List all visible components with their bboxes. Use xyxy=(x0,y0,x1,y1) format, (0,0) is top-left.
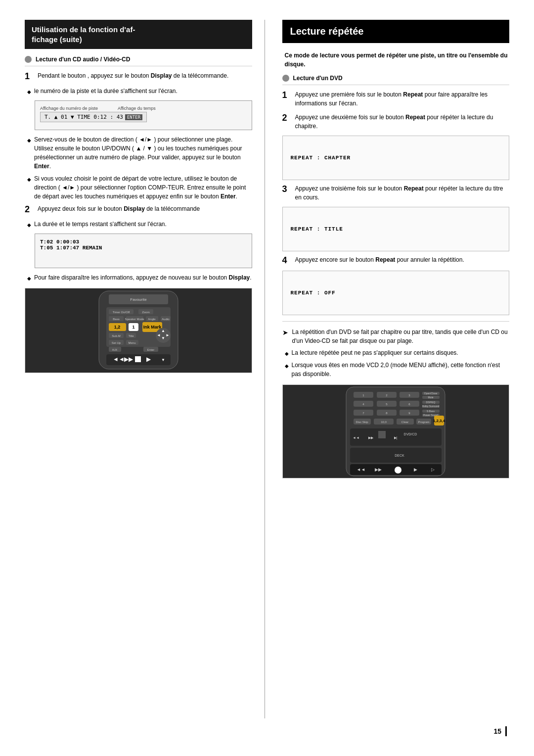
svg-text:▶▶: ▶▶ xyxy=(368,436,374,439)
svg-text:Clear: Clear xyxy=(401,421,408,424)
note-bullet-2: ◆ Lorsque vous êtes en mode VCD 2,0 (mod… xyxy=(282,361,510,378)
svg-text:1,2,3,4: 1,2,3,4 xyxy=(433,419,445,423)
diamond-icon-5: ◆ xyxy=(27,275,31,282)
display-labels: Affichage du numéro de piste Affichage d… xyxy=(40,106,247,111)
diamond-icon: ◆ xyxy=(27,88,31,95)
repeat-chapter-box: REPEAT : CHAPTER xyxy=(282,136,510,180)
step-1-number: 1 xyxy=(25,71,34,82)
bullet-1: ◆ Servez-vous de le bouton de direction … xyxy=(25,135,252,171)
remote-left: Favourite Timer On/Off Zoom Bass Speaker… xyxy=(25,288,252,373)
svg-text:S.Bass: S.Bass xyxy=(427,410,435,413)
svg-text:DSP/EQ: DSP/EQ xyxy=(426,401,436,404)
repeat-chapter-text: REPEAT : CHAPTER xyxy=(291,155,351,161)
cd-circle-icon xyxy=(25,56,32,63)
svg-text:Angle: Angle xyxy=(148,318,156,321)
dvd-step-3-number: 3 xyxy=(282,184,291,202)
step-1: 1 Pendant le bouton , appuyez sur le bou… xyxy=(25,71,252,82)
intro-text: Ce mode de lecture vous permet de répéte… xyxy=(282,51,510,69)
dvd-circle-icon xyxy=(282,75,289,82)
dvd-step-2-number: 2 xyxy=(282,113,291,131)
svg-text:▶: ▶ xyxy=(414,467,417,472)
dvd-step-4-number: 4 xyxy=(282,255,291,266)
step-2: 2 Appuyez deux fois sur le bouton Displa… xyxy=(25,204,252,215)
step-2-number: 2 xyxy=(25,204,34,215)
svg-text:◄◄: ◄◄ xyxy=(353,436,359,439)
svg-text:Audio: Audio xyxy=(162,318,170,321)
svg-text:Dolby Surround: Dolby Surround xyxy=(422,405,440,408)
dvd-step-1-content: Appuyez une première fois sur le bouton … xyxy=(295,90,510,108)
dvd-step-3-content: Appuyez une troisième fois sur le bouton… xyxy=(295,184,510,202)
dvd-step-4-content: Appuyez encore sur le bouton Repeat pour… xyxy=(295,255,510,266)
repeat-off-text: REPEAT : OFF xyxy=(291,290,336,296)
svg-text:▼: ▼ xyxy=(161,336,165,340)
note-arrow-main: ➤ La répétition d'un DVD se fait par cha… xyxy=(282,328,510,345)
note-bullet-1: ◆ La lecture répétée peut ne pas s'appli… xyxy=(282,348,510,357)
right-section-title: Lecture répétée xyxy=(282,20,510,43)
arrow-icon: ➤ xyxy=(282,328,288,345)
svg-point-97 xyxy=(395,467,401,473)
repeat-title-box: REPEAT : TITLE xyxy=(282,207,510,251)
svg-text:Program: Program xyxy=(418,421,430,424)
bottom-notes: ➤ La répétition d'un DVD se fait par cha… xyxy=(282,328,510,378)
dvd-subsection-label: Lecture d'un DVD xyxy=(282,75,510,85)
svg-text:▶|: ▶| xyxy=(394,436,398,440)
bullet-2: ◆ Si vous voulez choisir le point de dép… xyxy=(25,174,252,201)
svg-text:▶▶: ▶▶ xyxy=(124,356,134,363)
display-text-2: T:05 1:07:47 REMAIN xyxy=(40,245,247,251)
right-column: Lecture répétée Ce mode de lecture vous … xyxy=(280,20,510,718)
svg-text:Sub.M: Sub.M xyxy=(112,334,120,337)
svg-text:Disc Skip: Disc Skip xyxy=(356,421,369,424)
divider xyxy=(282,321,510,322)
svg-text:Favourite: Favourite xyxy=(130,297,147,302)
svg-text:▲: ▲ xyxy=(161,329,165,333)
svg-text:Ink Mark: Ink Mark xyxy=(143,325,162,330)
repeat-title-text: REPEAT : TITLE xyxy=(291,226,343,232)
left-section-title: Utilisation de la fonction d'af- fichage… xyxy=(25,20,252,49)
step-1-bullet: ◆ le numéro de la piste et la durée s'af… xyxy=(25,87,252,95)
svg-text:1,2: 1,2 xyxy=(114,325,120,330)
svg-text:Timer On/Off: Timer On/Off xyxy=(113,311,130,314)
svg-text:1: 1 xyxy=(132,325,134,330)
svg-text:◄◄: ◄◄ xyxy=(113,356,125,363)
svg-text:▶▶: ▶▶ xyxy=(375,467,382,472)
screen-display: T. ▲ 01 ▼ TIME 0:12 : 43 ENTER xyxy=(40,112,147,122)
svg-text:▶: ▶ xyxy=(146,356,151,363)
svg-rect-42 xyxy=(135,356,141,362)
remote-right-svg: 1 2 3 Open/Close Mute 4 5 6 xyxy=(321,386,470,477)
svg-text:▷: ▷ xyxy=(431,467,435,472)
f-badge: F xyxy=(497,20,509,32)
svg-text:◄◄: ◄◄ xyxy=(356,467,365,472)
diamond-icon-4: ◆ xyxy=(27,221,31,229)
page-number: 15 xyxy=(493,727,501,735)
svg-text:Bass: Bass xyxy=(113,318,119,321)
svg-text:►: ► xyxy=(166,333,170,337)
dvd-step-4: 4 Appuyez encore sur le bouton Repeat po… xyxy=(282,255,510,266)
repeat-off-box: REPEAT : OFF xyxy=(282,271,510,315)
page-number-area: 15 xyxy=(25,726,509,736)
svg-text:Speaker Mode: Speaker Mode xyxy=(125,318,144,321)
page: F Utilisation de la fonction d'af- ficha… xyxy=(0,0,534,756)
remote-left-svg: Favourite Timer On/Off Zoom Bass Speaker… xyxy=(69,288,208,373)
display-text-1: T:02 0:00:03 xyxy=(40,239,247,245)
svg-text:AUX: AUX xyxy=(112,348,118,351)
svg-text:Menu: Menu xyxy=(128,341,135,344)
display-box-1: Affichage du numéro de piste Affichage d… xyxy=(35,100,252,130)
dvd-step-3: 3 Appuyez une troisième fois sur le bout… xyxy=(282,184,510,202)
diamond-icon-2: ◆ xyxy=(27,137,31,171)
dvd-step-2: 2 Appuyez une deuxième fois sur le bouto… xyxy=(282,113,510,131)
final-bullet: ◆ Pour faire disparaître les information… xyxy=(25,273,252,282)
step-2-content: Appuyez deux fois sur le bouton Display … xyxy=(38,204,252,215)
step-1-content: Pendant le bouton , appuyez sur le bouto… xyxy=(38,71,252,82)
enter-button: ENTER xyxy=(125,114,142,120)
svg-rect-89 xyxy=(378,431,386,438)
page-num-box: 15 xyxy=(493,726,507,736)
svg-text:▼: ▼ xyxy=(161,358,165,362)
svg-text:Open/Close: Open/Close xyxy=(424,392,438,395)
display-box-2: T:02 0:00:03 T:05 1:07:47 REMAIN xyxy=(35,234,252,268)
svg-text:Mute: Mute xyxy=(428,396,434,399)
diamond-icon-3: ◆ xyxy=(27,176,31,201)
svg-text:Set Up: Set Up xyxy=(112,341,121,344)
diamond-note-2: ◆ xyxy=(285,362,289,378)
diamond-note-1: ◆ xyxy=(285,350,289,357)
step-2-bullet: ◆ La durée et le temps restant s'affiche… xyxy=(25,220,252,229)
